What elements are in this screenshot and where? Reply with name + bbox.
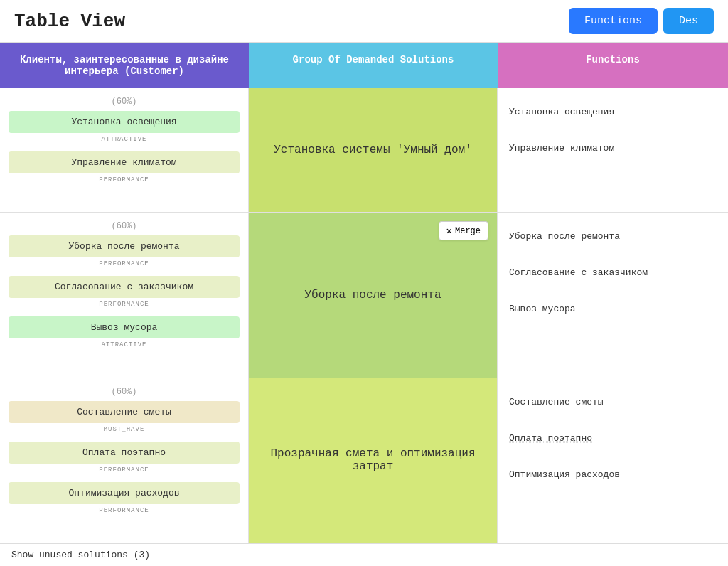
customer-cell-2: (60%)Составление сметыMUST_HAVEОплата по… (0, 378, 249, 543)
customer-item-badge: MUST_HAVE (9, 426, 240, 433)
customer-item-badge: ATTRACTIVE (9, 136, 240, 143)
column-headers: Клиенты, заинтересованные в дизайне инте… (0, 43, 728, 88)
customer-item-label: Оптимизация расходов (9, 482, 240, 504)
table-body: (60%)Установка освещенияATTRACTIVEУправл… (0, 88, 728, 543)
group-label: Установка системы 'Умный дом' (274, 144, 471, 156)
function-text-0-1: Управление климатом (506, 130, 719, 166)
customer-item-badge: PERFORMANCE (9, 507, 240, 514)
customer-item-2-0: Составление сметыMUST_HAVE (9, 398, 240, 434)
group-cell-0: Установка системы 'Умный дом' (249, 88, 498, 213)
merge-button[interactable]: ✕ Merge (439, 221, 488, 240)
customer-item-badge: PERFORMANCE (9, 466, 240, 474)
customer-item-2-1: Оплата поэтапноPERFORMANCE (9, 439, 240, 475)
customer-item-label: Вывоз мусора (9, 316, 240, 338)
customer-item-label: Составление сметы (9, 401, 240, 423)
customer-item-label: Согласование с заказчиком (9, 276, 240, 298)
customer-item-1-1: Согласование с заказчикомPERFORMANCE (9, 273, 240, 309)
customer-item-label: Установка освещения (9, 111, 240, 133)
header-group: Group Of Demanded Solutions (249, 43, 498, 88)
customer-item-1-0: Уборка после ремонтаPERFORMANCE (9, 233, 240, 269)
function-text-0-0: Установка освещения (506, 94, 719, 130)
customer-item-2-2: Оптимизация расходовPERFORMANCE (9, 479, 240, 516)
functions-cell-0: Установка освещенияУправление климатом (498, 88, 728, 213)
top-bar-buttons: Functions Des (569, 8, 714, 34)
customer-cell-1: (60%)Уборка после ремонтаPERFORMANCEСогл… (0, 213, 249, 378)
customer-item-label: Управление климатом (9, 151, 240, 173)
top-bar: Table View Functions Des (0, 0, 728, 43)
percent-label: (60%) (9, 384, 240, 398)
group-cell-2: Прозрачная смета и оптимизация затрат (249, 378, 498, 543)
customer-item-badge: PERFORMANCE (9, 301, 240, 308)
customer-item-1-2: Вывоз мусораATTRACTIVE (9, 314, 240, 350)
function-text-1-2: Вывоз мусора (506, 291, 719, 327)
function-text-2-1: Оплата поэтапно (506, 420, 719, 456)
functions-cell-2: Составление сметыОплата поэтапноОптимиза… (498, 378, 728, 543)
customer-item-label: Уборка после ремонта (9, 235, 240, 257)
header-functions: Functions (498, 43, 728, 88)
des-button[interactable]: Des (663, 8, 714, 34)
customer-item-0-1: Управление климатомPERFORMANCE (9, 149, 240, 185)
page-title: Table View (14, 11, 125, 32)
customer-item-badge: PERFORMANCE (9, 260, 240, 267)
percent-label: (60%) (9, 94, 240, 108)
function-text-2-0: Составление сметы (506, 384, 719, 420)
group-label: Уборка после ремонта (304, 289, 441, 301)
group-cell-1: ✕ MergeУборка после ремонта (249, 213, 498, 378)
header-customer: Клиенты, заинтересованные в дизайне инте… (0, 43, 249, 88)
function-text-1-0: Уборка после ремонта (506, 218, 719, 255)
table-container: Клиенты, заинтересованные в дизайне инте… (0, 43, 728, 566)
customer-item-badge: ATTRACTIVE (9, 341, 240, 348)
show-unused-row[interactable]: Show unused solutions (3) (0, 543, 728, 566)
function-text-1-1: Согласование с заказчиком (506, 255, 719, 291)
customer-cell-0: (60%)Установка освещенияATTRACTIVEУправл… (0, 88, 249, 213)
customer-item-label: Оплата поэтапно (9, 442, 240, 464)
functions-button[interactable]: Functions (569, 8, 658, 34)
percent-label: (60%) (9, 218, 240, 233)
customer-item-badge: PERFORMANCE (9, 176, 240, 183)
customer-item-0-0: Установка освещенияATTRACTIVE (9, 108, 240, 144)
functions-cell-1: Уборка после ремонтаСогласование с заказ… (498, 213, 728, 378)
group-label: Прозрачная смета и оптимизация затрат (260, 447, 486, 473)
function-text-2-2: Оптимизация расходов (506, 456, 719, 493)
